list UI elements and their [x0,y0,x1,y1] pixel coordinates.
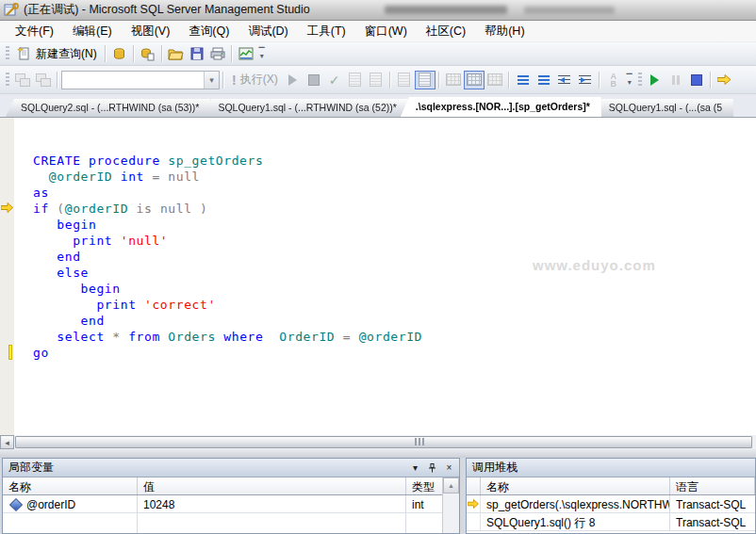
analysis-query-button[interactable] [138,44,158,63]
toolbar-separator [438,72,440,89]
checkmark-icon: ✓ [329,73,340,88]
frame-name: sp_getOrders(.\sqlexpress.NORTHWIND) [481,495,670,512]
database-document-icon [140,47,155,61]
include-client-statistics-button[interactable] [415,71,436,89]
intellisense-button[interactable] [394,71,415,89]
toolbar-overflow-button[interactable]: ▔▾ [624,72,635,89]
toolbar-grip[interactable] [6,73,9,88]
callstack-row[interactable]: sp_getOrders(.\sqlexpress.NORTHWIND)Tran… [467,495,755,513]
results-to-file-button[interactable] [485,71,505,89]
open-file-button[interactable] [166,44,187,63]
new-query-button[interactable]: 新建查询(N) [12,44,102,64]
column-header-name[interactable]: 名称 [481,477,670,494]
cancel-query-button[interactable] [304,71,324,89]
scroll-up-button[interactable]: ▲ [443,477,459,494]
locals-row[interactable]: @orderID10248int [3,495,442,513]
menu-item-4[interactable]: 查询(Q) [179,21,238,42]
document-tab-strip: SQLQuery2.sql - (...RTHWIND (sa (53))*SQ… [0,94,756,118]
comment-lines-button[interactable] [513,71,534,89]
sql-code[interactable]: CREATE procedure sp_getOrders @orderID i… [14,153,422,361]
increase-indent-button[interactable] [575,71,596,89]
scroll-left-icon: ◂ [5,438,9,447]
document-tab-3[interactable]: .\sqlexpress.[NOR...].[sp_getOrders]* [401,97,601,117]
toolbar-separator [508,72,510,89]
menu-item-2[interactable]: 编辑(E) [63,21,122,42]
code-editor[interactable]: CREATE procedure sp_getOrders @orderID i… [0,118,756,435]
menu-item-7[interactable]: 窗口(W) [355,21,417,42]
debug-continue-button[interactable] [645,71,666,89]
variable-icon [9,498,23,511]
code-line-10: print 'correct' [33,297,422,313]
toolbar-separator [222,72,224,89]
menu-item-9[interactable]: 帮助(H) [475,21,534,42]
callstack-row[interactable]: SQLQuery1.sql() 行 8Transact-SQL [467,513,755,531]
results-to-grid-button[interactable] [464,71,485,89]
activity-monitor-button[interactable] [236,44,256,63]
results-text-icon [446,73,461,86]
execute-button[interactable]: ! 执行(X) [227,70,283,89]
chevron-down-icon: ▾ [204,72,219,89]
panel-splitter[interactable] [0,449,756,458]
results-to-text-button[interactable] [443,71,464,89]
save-button[interactable] [187,44,207,63]
menu-item-6[interactable]: 工具(T) [298,21,355,42]
code-line-8: else [33,265,422,281]
callstack-panel-title: 调用堆栈 [472,460,518,476]
change-connection-button[interactable] [33,71,54,89]
locals-grid: 名称 值 类型 @orderID10248int ▲ [3,477,459,533]
callstack-panel: 调用堆栈 名称 语言 sp_getOrders(.\sqlexpress.NOR… [466,458,756,534]
menu-item-3[interactable]: 视图(V) [122,21,180,42]
locals-panel-title: 局部变量 [8,460,54,476]
toolbar-grip[interactable] [638,73,642,88]
splitter-grip[interactable] [415,438,426,445]
toolbar-overflow-button[interactable]: ▔▾ [256,45,268,62]
stop-icon [308,74,320,86]
variable-type: int [406,495,442,512]
callstack-panel-titlebar[interactable]: 调用堆栈 [467,459,755,477]
toolbar-grip[interactable] [6,46,9,61]
panel-menu-button[interactable]: ▾ [409,461,421,474]
query-options-button[interactable] [366,71,386,89]
toolbar-separator [599,72,600,89]
step-over-button[interactable] [715,71,735,89]
document-tab-4[interactable]: SQLQuery1.sql - (...(sa (5 [594,99,733,117]
intellisense-icon [398,73,410,87]
decrease-indent-button[interactable] [554,71,575,89]
current-statement-arrow-icon [1,202,13,213]
column-header-value[interactable]: 值 [138,477,406,494]
print-button[interactable] [207,44,228,63]
editor-horizontal-scrollbar[interactable]: ◂ [0,435,756,449]
column-header-type[interactable]: 类型 [406,477,442,494]
specify-template-values-button[interactable]: AB [603,71,624,89]
menu-item-8[interactable]: 社区(C) [417,21,475,42]
debug-alt-button[interactable] [283,71,304,89]
panel-pin-button[interactable] [426,461,438,474]
database-engine-query-button[interactable] [109,44,130,63]
scroll-left-button[interactable]: ◂ [0,435,14,449]
locals-vertical-scrollbar[interactable]: ▲ [442,477,459,533]
save-floppy-icon [190,47,204,60]
variable-name: @orderID [26,498,75,511]
connect-button[interactable] [12,71,33,89]
uncomment-lines-button[interactable] [534,71,554,89]
toolbar-separator [57,72,58,89]
bottom-panels: 局部变量 ▾ × 名称 值 类型 @ [0,458,756,534]
document-tab-2[interactable]: SQLQuery1.sql - (...RTHWIND (sa (52))* [203,99,407,117]
debug-pause-button[interactable] [666,71,686,89]
menu-item-5[interactable]: 调试(D) [238,21,297,42]
locals-header-row: 名称 值 类型 [3,477,442,495]
document-tab-1[interactable]: SQLQuery2.sql - (...RTHWIND (sa (53))* [6,99,210,117]
locals-panel-titlebar[interactable]: 局部变量 ▾ × [3,459,459,477]
debug-stop-button[interactable] [686,71,707,89]
parse-button[interactable]: ✓ [324,71,345,89]
printer-icon [210,47,225,60]
column-header-language[interactable]: 语言 [670,477,755,494]
menu-item-1[interactable]: 文件(F) [6,21,63,42]
toolbar-separator [161,45,163,62]
code-line-5: begin [33,217,422,233]
display-estimated-plan-button[interactable] [345,71,366,89]
scrollbar-thumb[interactable] [15,436,752,448]
panel-close-button[interactable]: × [443,461,455,474]
column-header-name[interactable]: 名称 [3,477,138,494]
database-combobox[interactable]: ▾ [61,71,220,89]
